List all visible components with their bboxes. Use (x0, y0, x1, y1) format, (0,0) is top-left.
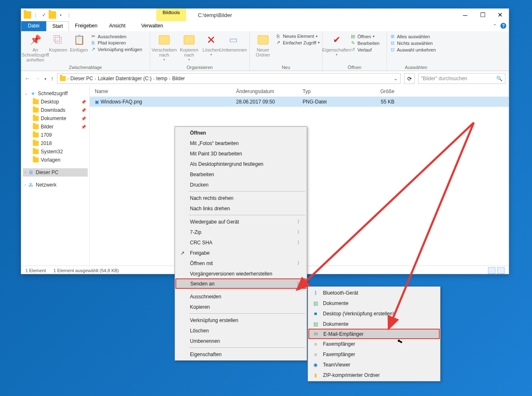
menu-item[interactable]: ▮ZIP-komprimierter Ordner (309, 370, 439, 380)
menu-item[interactable]: Löschen (176, 325, 306, 336)
search-input[interactable]: "Bilder" durchsuchen 🔍 (418, 73, 505, 84)
easy-access-button[interactable]: ↗Einfacher Zugriff ▾ (275, 40, 320, 45)
menu-item[interactable]: ▤Dokumente (309, 319, 439, 329)
thumbs-view-button[interactable] (497, 267, 505, 274)
copy-path-button[interactable]: ⎘Pfad kopieren (90, 40, 142, 45)
paste-button[interactable]: 📋Einfügen (69, 33, 89, 52)
menu-item[interactable]: Öffnen mit〉 (176, 258, 306, 268)
new-item-button[interactable]: ⎘Neues Element ▾ (275, 34, 320, 39)
new-folder-button[interactable]: Neuer Ordner (252, 33, 273, 57)
menu-item[interactable]: Umbenennen (176, 336, 306, 346)
tree-network[interactable]: ›🖧Netzwerk (23, 181, 88, 189)
menu-item[interactable]: ᛒBluetooth-Gerät (309, 288, 439, 298)
crumb-segment[interactable]: Bilder (172, 76, 185, 81)
tree-thispc[interactable]: ›🖥Dieser PC (23, 168, 88, 177)
invert-selection-button[interactable]: ⊡Auswahl umkehren (389, 47, 436, 52)
menu-item[interactable]: Als Desktophintergrund festlegen (176, 159, 306, 169)
close-button[interactable]: ✕ (491, 9, 509, 21)
menu-item[interactable]: Ausschneiden (176, 291, 306, 302)
menu-item[interactable]: CRC SHA〉 (176, 237, 306, 248)
titlebar: | ✓ ▾ | Bildtools C:\temp\Bilder ─ ☐ ✕ (21, 9, 509, 21)
menu-item[interactable]: ⌾Faxempfänger (309, 339, 439, 349)
recent-dropdown[interactable]: ▾ (44, 75, 47, 82)
tree-quickaccess[interactable]: ⌄★Schnellzugriff (23, 89, 88, 98)
tab-file[interactable]: Datei (21, 21, 46, 31)
help-icon[interactable]: ? (500, 23, 506, 29)
tab-manage[interactable]: Verwalten (135, 21, 169, 31)
menu-item[interactable]: 7-Zip〉 (176, 227, 306, 237)
open-button[interactable]: ▤Öffnen ▾ (350, 34, 379, 39)
tree-item[interactable]: Bilder📌 (23, 123, 88, 131)
edit-button[interactable]: ✎Bearbeiten (350, 40, 379, 46)
forward-button[interactable]: → (34, 75, 40, 82)
chevron-up-icon[interactable]: ⌃ (493, 23, 497, 28)
select-all-button[interactable]: ⊞Alles auswählen (389, 34, 436, 39)
menu-item[interactable]: ↗Freigabe (176, 248, 306, 258)
sendto-submenu[interactable]: ᛒBluetooth-Gerät▤Dokumente■Desktop (Verk… (308, 286, 441, 381)
menu-item[interactable]: ⌾Faxempfänger (309, 349, 439, 359)
tab-view[interactable]: Ansicht (103, 21, 131, 31)
properties-button[interactable]: ✔Eigenschaften▾ (325, 33, 348, 57)
qat-check-icon[interactable]: ✓ (40, 11, 48, 19)
menu-item[interactable]: ■Desktop (Verknüpfung erstellen) (309, 308, 439, 319)
minimize-button[interactable]: ─ (456, 9, 474, 21)
copy-to-button[interactable]: Kopieren nach▾ (177, 33, 201, 62)
breadcrumb-bar[interactable]: › Dieser PC› Lokaler Datenträger (C:)› t… (57, 73, 401, 84)
menu-item-label: Freigabe (190, 250, 209, 256)
select-none-button[interactable]: ⊟Nichts auswählen (389, 40, 436, 46)
menu-item[interactable]: Verknüpfung erstellen (176, 315, 306, 325)
col-name[interactable]: Name (90, 89, 231, 94)
menu-item[interactable]: Öffnen (176, 128, 306, 138)
tree-item[interactable]: 2018 (23, 139, 88, 148)
pin-quickaccess-button[interactable]: 📌An Schnellzugriff anheften (24, 33, 47, 62)
menu-item[interactable]: Drucken (176, 180, 306, 190)
tree-item[interactable]: 1709 (23, 131, 88, 139)
menu-item[interactable]: Eigenschaften (176, 349, 306, 359)
menu-item[interactable]: Mit „Fotos“ bearbeiten (176, 138, 306, 148)
delete-button[interactable]: ✕Löschen▾ (202, 33, 220, 57)
rename-button[interactable]: ▭Umbenennen (222, 33, 245, 52)
menu-item[interactable]: Nach links drehen (176, 203, 306, 214)
back-button[interactable]: ← (25, 75, 30, 82)
tab-start[interactable]: Start (46, 21, 69, 31)
file-row[interactable]: ▣Windows-FAQ.png 28.06.2017 09:50 PNG-Da… (90, 97, 509, 107)
paste-shortcut-button[interactable]: ↗Verknüpfung einfügen (90, 47, 142, 52)
chevron-down-icon[interactable]: ⌄ (394, 76, 398, 81)
menu-item[interactable]: ✉E-Mail-Empfänger (308, 329, 440, 339)
cut-button[interactable]: ✂Ausschneiden (90, 34, 142, 39)
crumb-segment[interactable]: Lokaler Datenträger (C:) (98, 76, 151, 81)
menu-item[interactable]: ▤Dokumente (309, 298, 439, 308)
qat-folder-icon[interactable] (49, 11, 56, 19)
tree-item[interactable]: System32 (23, 148, 88, 156)
col-type[interactable]: Typ (298, 89, 358, 94)
menu-item[interactable]: ◉TeamViewer (309, 359, 439, 370)
details-view-button[interactable] (488, 267, 495, 274)
maximize-button[interactable]: ☐ (474, 9, 491, 21)
context-menu[interactable]: ÖffnenMit „Fotos“ bearbeitenMit Paint 3D… (175, 126, 307, 361)
menu-item[interactable]: Kopieren (176, 302, 306, 312)
menu-item[interactable]: Senden an〉 (175, 278, 306, 289)
tab-share[interactable]: Freigeben (69, 21, 103, 31)
copy-button[interactable]: ⿻Kopieren (49, 33, 68, 52)
menu-item[interactable]: Vorgängerversionen wiederherstellen (176, 268, 306, 279)
menu-item[interactable]: Bearbeiten (176, 169, 306, 180)
tree-item[interactable]: Dokumente📌 (23, 114, 88, 123)
col-size[interactable]: Größe (358, 89, 399, 94)
tree-item[interactable]: Vorlagen (23, 156, 88, 164)
up-button[interactable]: ↑ (51, 75, 54, 82)
column-headers[interactable]: Name Änderungsdatum Typ Größe (90, 86, 509, 97)
window-title: C:\temp\Bilder (198, 12, 232, 18)
refresh-button[interactable]: ⟳ (404, 73, 415, 84)
crumb-segment[interactable]: Dieser PC (70, 76, 93, 81)
qat-dropdown-icon[interactable]: ▾ (57, 11, 64, 19)
nav-tree[interactable]: ⌄★Schnellzugriff Desktop📌Downloads📌Dokum… (21, 86, 90, 266)
menu-item[interactable]: Nach rechts drehen (176, 193, 306, 203)
history-button[interactable]: ↺Verlauf (350, 47, 379, 52)
move-to-button[interactable]: Verschieben nach▾ (153, 33, 176, 62)
menu-item[interactable]: Wiedergabe auf Gerät〉 (176, 216, 306, 227)
menu-item[interactable]: Mit Paint 3D bearbeiten (176, 148, 306, 159)
col-date[interactable]: Änderungsdatum (231, 89, 298, 94)
tree-item[interactable]: Desktop📌 (23, 98, 88, 106)
crumb-segment[interactable]: temp (156, 76, 167, 81)
tree-item[interactable]: Downloads📌 (23, 106, 88, 114)
